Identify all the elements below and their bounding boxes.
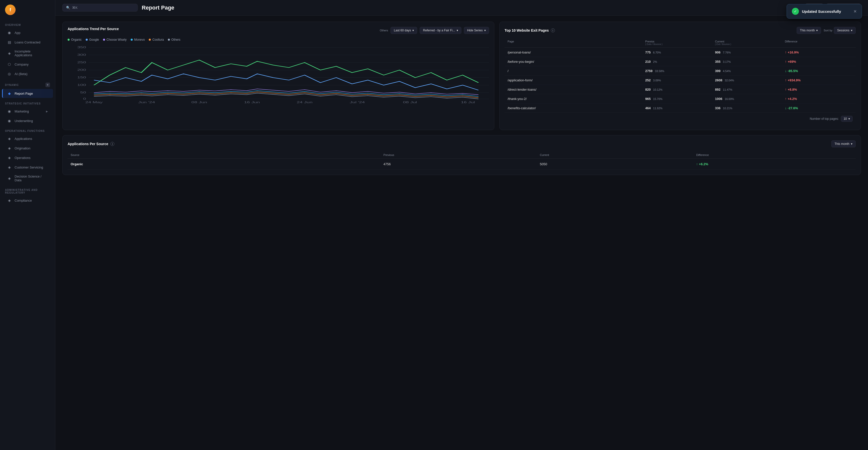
chevron-down-icon: ▾ bbox=[412, 29, 414, 32]
prev-pct: 11.92% bbox=[653, 107, 662, 110]
legend-google: Google bbox=[86, 38, 99, 41]
svg-text:Jun '24: Jun '24 bbox=[138, 101, 155, 104]
prev-pct: 33.58% bbox=[655, 70, 664, 72]
col-difference: Difference bbox=[785, 40, 853, 45]
cell-page: /application-form/ bbox=[508, 78, 643, 82]
curr-num: 355 bbox=[715, 60, 720, 64]
sidebar-item-incomplete-applications[interactable]: ◈ Incomplete Applications bbox=[2, 47, 53, 59]
sidebar-item-label: AI (Beta) bbox=[14, 72, 48, 76]
curr-num: 399 bbox=[715, 69, 720, 73]
sidebar-item-label: Decision Science / Data bbox=[14, 174, 48, 182]
toast-notification: ✓ Updated Successfully ✕ bbox=[786, 4, 862, 19]
cell-previous: 252 3.09% bbox=[645, 78, 713, 82]
sidebar-item-label: Operations bbox=[14, 156, 48, 160]
prev-pct: 2% bbox=[653, 60, 657, 63]
sidebar-section-operational: OPERATIONAL FUNCTIONS bbox=[0, 126, 55, 134]
toast-close-button[interactable]: ✕ bbox=[854, 9, 857, 14]
sidebar-item-company[interactable]: ⬡ Company bbox=[2, 60, 53, 69]
cell-previous: 820 10.12% bbox=[645, 88, 713, 91]
this-month-dropdown[interactable]: This month ▾ bbox=[797, 27, 821, 34]
cell-diff: ↓ -85.5% bbox=[785, 69, 853, 73]
cell-current: 1006 16.69% bbox=[715, 97, 783, 101]
table-row: /before-you-begin/ 210 2% 355 3.17% ↑ +6… bbox=[505, 57, 856, 66]
sidebar-item-label: Compliance bbox=[14, 199, 48, 202]
ai-icon: ◎ bbox=[7, 71, 11, 76]
sidebar-item-loans-contracted[interactable]: ▤ Loans Contracted bbox=[2, 38, 53, 47]
chevron-down-icon: ▾ bbox=[484, 29, 486, 32]
trend-up-icon: ↑ bbox=[696, 162, 698, 166]
sidebar-item-underwriting[interactable]: ◉ Underwriting bbox=[2, 116, 53, 125]
sidebar-item-decision-science[interactable]: ◈ Decision Science / Data bbox=[2, 172, 53, 184]
search-bar[interactable]: 🔍 ⌘K bbox=[62, 4, 138, 11]
cell-previous: 464 11.92% bbox=[645, 106, 713, 110]
sidebar-item-compliance[interactable]: ◈ Compliance bbox=[2, 196, 53, 205]
svg-text:16 Jul: 16 Jul bbox=[461, 101, 475, 104]
source-table-body: Organic 4756 5050 ↑ +6.2% bbox=[68, 159, 856, 170]
legend-choose-wisely: Choose Wisely bbox=[103, 38, 127, 41]
sidebar-item-report-page[interactable]: ◆ Report Page bbox=[2, 89, 53, 98]
sidebar-item-operations[interactable]: ◈ Operations bbox=[2, 153, 53, 162]
sidebar-item-marketing[interactable]: ◉ Marketing ▶ bbox=[2, 107, 53, 116]
exit-pages-title: Top 10 Website Exit Pages i bbox=[505, 28, 555, 32]
underwriting-icon: ◉ bbox=[7, 119, 11, 123]
sidebar-item-label: Loans Contracted bbox=[14, 40, 48, 44]
incomplete-icon: ◈ bbox=[7, 51, 11, 56]
hide-series-button[interactable]: Hide Series ▾ bbox=[464, 27, 489, 34]
source-col-difference: Difference bbox=[696, 154, 853, 156]
organic-dot bbox=[68, 39, 70, 41]
curr-pct: 10.21% bbox=[723, 107, 732, 110]
sidebar-item-customer-servicing[interactable]: ◈ Customer Servicing bbox=[2, 163, 53, 172]
pages-label: Number of top pages: bbox=[810, 117, 839, 121]
curr-pct: 7.76% bbox=[723, 51, 731, 54]
trend-arrow-icon: ↑ bbox=[785, 78, 786, 82]
trend-arrow-icon: ↑ bbox=[785, 97, 786, 101]
info-icon[interactable]: i bbox=[110, 142, 114, 146]
table-row: /application-form/ 252 3.09% 2608 32.04%… bbox=[505, 75, 856, 85]
sidebar-item-label: Applications bbox=[14, 137, 48, 141]
cell-current: 355 3.17% bbox=[715, 60, 783, 64]
filter-value: Referred - by a Fair Fi... bbox=[423, 29, 455, 32]
sidebar-item-label: App bbox=[14, 31, 48, 35]
curr-num: 336 bbox=[715, 106, 720, 110]
legend-label: Choose Wisely bbox=[106, 38, 127, 41]
content-area: Applications Trend Per Source Others Las… bbox=[55, 15, 868, 450]
sidebar-item-origination[interactable]: ◈ Origination bbox=[2, 143, 53, 153]
source-month-dropdown[interactable]: This month ▾ bbox=[831, 140, 856, 148]
prev-num: 464 bbox=[645, 106, 651, 110]
filter-dropdown[interactable]: Referred - by a Fair Fi... ▾ bbox=[420, 27, 461, 34]
table-row: /benefits-calculator/ 464 11.92% 336 10.… bbox=[505, 103, 856, 113]
info-icon[interactable]: i bbox=[551, 28, 555, 32]
add-dynamic-button[interactable]: + bbox=[45, 83, 50, 87]
chart-card: Applications Trend Per Source Others Las… bbox=[62, 22, 494, 130]
prev-num: 775 bbox=[645, 51, 651, 54]
monevo-dot bbox=[131, 39, 133, 41]
cell-previous: 965 15.70% bbox=[645, 97, 713, 101]
legend-label: Cooltura bbox=[152, 38, 164, 41]
sidebar-item-label: Marketing bbox=[14, 109, 43, 113]
cooltura-dot bbox=[149, 39, 151, 41]
legend-label: Organic bbox=[71, 38, 82, 41]
decision-icon: ◈ bbox=[7, 176, 11, 181]
legend-label: Google bbox=[89, 38, 99, 41]
cell-diff: ↑ +4.2% bbox=[785, 97, 853, 101]
diff-value: -85.5% bbox=[787, 69, 798, 73]
sidebar-item-applications[interactable]: ◈ Applications bbox=[2, 134, 53, 143]
google-dot bbox=[86, 39, 88, 41]
exit-pages-table: Page Previos ( Exits / Bounce ) Current … bbox=[505, 38, 856, 125]
sort-by-dropdown[interactable]: Sessions ▾ bbox=[834, 27, 856, 34]
svg-text:300: 300 bbox=[77, 54, 86, 56]
sidebar-section-overview: OVERVIEW bbox=[0, 20, 55, 28]
origination-icon: ◈ bbox=[7, 146, 11, 151]
sidebar-item-ai-beta[interactable]: ◎ AI (Beta) bbox=[2, 69, 53, 78]
curr-pct: 4.54% bbox=[723, 70, 731, 72]
pages-select-dropdown[interactable]: 10 ▾ bbox=[841, 116, 853, 122]
cell-current: 892 11.47% bbox=[715, 88, 783, 91]
date-range-dropdown[interactable]: Last 60 days ▾ bbox=[391, 27, 417, 34]
svg-text:200: 200 bbox=[77, 69, 86, 71]
legend-monevo: Monevo bbox=[131, 38, 145, 41]
sidebar-item-app[interactable]: ◉ App bbox=[2, 28, 53, 37]
diff-value: +16.9% bbox=[787, 51, 799, 54]
source-name: Organic bbox=[71, 162, 383, 166]
operations-icon: ◈ bbox=[7, 155, 11, 160]
trend-chart: .grid-line { stroke: #2a2d3a; stroke-wid… bbox=[68, 45, 489, 105]
